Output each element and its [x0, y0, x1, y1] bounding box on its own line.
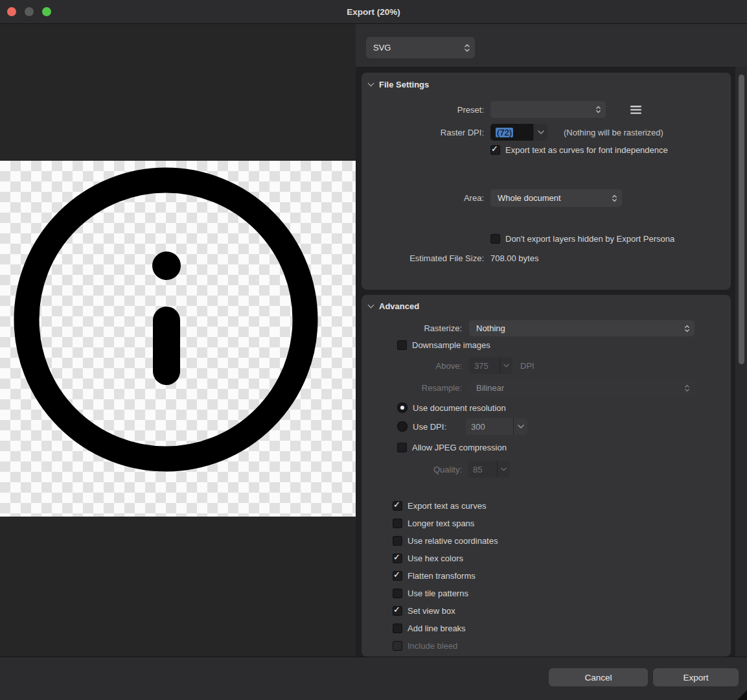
- preset-label: Preset:: [362, 105, 484, 115]
- advanced-option-row: Flatten transforms: [393, 567, 476, 585]
- advanced-option-row: Include bleed: [393, 637, 457, 655]
- above-dpi-dropdown-button[interactable]: [500, 357, 512, 374]
- quality-dropdown-button[interactable]: [497, 461, 510, 478]
- advanced-option-label[interactable]: Use tile patterns: [408, 589, 468, 598]
- advanced-option-checkbox[interactable]: [393, 624, 402, 633]
- rasterize-select[interactable]: Nothing: [469, 320, 695, 336]
- hamburger-menu-icon: [630, 106, 641, 114]
- raster-dpi-combo: (72): [490, 124, 547, 141]
- advanced-option-checkbox[interactable]: [393, 501, 402, 511]
- downsample-images-checkbox[interactable]: [397, 340, 407, 350]
- use-document-resolution-radio[interactable]: [397, 402, 408, 413]
- scrollbar-thumb[interactable]: [739, 75, 744, 364]
- up-down-chevrons-icon: [684, 383, 690, 393]
- export-text-curves-font-checkbox[interactable]: [490, 145, 500, 155]
- advanced-option-checkbox[interactable]: [393, 571, 402, 581]
- chevron-down-icon: [538, 130, 544, 134]
- advanced-option-checkbox[interactable]: [393, 641, 402, 651]
- allow-jpeg-compression-label[interactable]: Allow JPEG compression: [412, 443, 507, 452]
- resample-select[interactable]: Bilinear: [469, 380, 695, 396]
- dialog-footer: Cancel Export: [0, 657, 747, 700]
- advanced-option-row: Add line breaks: [393, 620, 466, 637]
- advanced-option-row: Use hex colors: [393, 550, 463, 567]
- use-dpi-dropdown-button[interactable]: [513, 418, 527, 435]
- file-settings-card: File Settings Preset: Raster DPI: (7: [362, 73, 731, 290]
- advanced-option-checkbox[interactable]: [393, 519, 402, 528]
- area-label: Area:: [362, 193, 484, 203]
- advanced-option-row: Export text as curves: [393, 497, 486, 515]
- advanced-option-label[interactable]: Include bleed: [408, 641, 457, 651]
- quality-value[interactable]: 85: [468, 461, 497, 478]
- raster-dpi-selected-text: (72): [496, 128, 513, 137]
- scrollbar-track[interactable]: [735, 67, 747, 657]
- above-label: Above:: [362, 361, 462, 371]
- advanced-option-row: Use relative coordinates: [393, 532, 498, 550]
- advanced-option-label[interactable]: Set view box: [408, 606, 455, 616]
- advanced-option-row: Set view box: [393, 602, 455, 620]
- rasterize-value: Nothing: [476, 323, 505, 333]
- raster-dpi-dropdown-button[interactable]: [533, 124, 547, 141]
- area-select[interactable]: Whole document: [490, 189, 622, 207]
- up-down-chevrons-icon: [684, 323, 690, 333]
- chevron-down-icon: [368, 80, 374, 87]
- above-dpi-unit: DPI: [520, 361, 534, 371]
- raster-dpi-note: (Nothing will be rasterized): [564, 128, 663, 137]
- advanced-option-checkbox[interactable]: [393, 606, 402, 616]
- quality-label: Quality:: [362, 465, 462, 474]
- use-dpi-combo: 300: [466, 418, 527, 435]
- chevron-down-icon: [518, 425, 524, 428]
- export-preview-canvas[interactable]: [0, 24, 356, 657]
- resize-grip[interactable]: [737, 690, 747, 700]
- raster-dpi-label: Raster DPI:: [362, 128, 484, 137]
- info-circle-icon: [0, 161, 356, 517]
- advanced-option-checkbox[interactable]: [393, 554, 402, 563]
- area-value: Whole document: [498, 193, 561, 203]
- advanced-option-label[interactable]: Flatten transforms: [408, 571, 476, 581]
- allow-jpeg-compression-checkbox[interactable]: [397, 443, 407, 452]
- advanced-option-label[interactable]: Longer text spans: [408, 519, 474, 528]
- raster-dpi-input[interactable]: (72): [490, 124, 533, 141]
- above-dpi-value[interactable]: 375: [469, 357, 500, 374]
- estimated-size-value: 708.00 bytes: [490, 253, 538, 263]
- export-dialog: Export (20%) SVG File Settings: [0, 0, 747, 700]
- dont-export-hidden-layers-checkbox[interactable]: [490, 234, 500, 244]
- transparency-checkerboard: [0, 161, 356, 517]
- above-dpi-combo: 375: [469, 357, 512, 374]
- advanced-card: Advanced Rasterize: Nothing Downsample i…: [362, 295, 731, 657]
- chevron-down-icon: [501, 467, 507, 471]
- use-document-resolution-label[interactable]: Use document resolution: [413, 403, 506, 413]
- format-value: SVG: [373, 43, 391, 52]
- file-settings-title: File Settings: [379, 80, 429, 89]
- quality-combo: 85: [468, 461, 510, 478]
- file-settings-header[interactable]: File Settings: [369, 80, 429, 89]
- advanced-option-label[interactable]: Use hex colors: [408, 554, 463, 563]
- advanced-option-label[interactable]: Add line breaks: [408, 624, 466, 633]
- format-strip: SVG: [356, 24, 747, 67]
- downsample-images-label[interactable]: Downsample images: [412, 340, 490, 350]
- preset-select[interactable]: [490, 101, 606, 118]
- advanced-option-checkbox[interactable]: [393, 536, 402, 546]
- advanced-option-label[interactable]: Use relative coordinates: [408, 536, 498, 546]
- advanced-option-checkbox[interactable]: [393, 589, 402, 598]
- dont-export-hidden-layers-label[interactable]: Don't export layers hidden by Export Per…: [505, 234, 674, 244]
- export-text-curves-font-label[interactable]: Export text as curves for font independe…: [505, 145, 668, 155]
- cancel-button[interactable]: Cancel: [549, 668, 648, 686]
- preset-menu-button[interactable]: [630, 106, 641, 114]
- advanced-title: Advanced: [379, 301, 419, 311]
- use-dpi-value[interactable]: 300: [466, 418, 513, 435]
- estimated-size-label: Estimated File Size:: [362, 253, 484, 263]
- export-button[interactable]: Export: [653, 668, 739, 686]
- format-select[interactable]: SVG: [366, 37, 475, 58]
- advanced-option-label[interactable]: Export text as curves: [408, 501, 486, 511]
- use-dpi-label[interactable]: Use DPI:: [413, 422, 446, 432]
- advanced-option-row: Use tile patterns: [393, 585, 468, 602]
- advanced-header[interactable]: Advanced: [369, 301, 419, 311]
- resample-value: Bilinear: [476, 383, 504, 393]
- settings-scroll-area: File Settings Preset: Raster DPI: (7: [356, 67, 747, 657]
- up-down-chevrons-icon: [612, 193, 617, 203]
- title-bar[interactable]: Export (20%): [0, 0, 747, 24]
- use-dpi-radio[interactable]: [397, 421, 408, 432]
- chevron-down-icon: [368, 302, 374, 309]
- chevron-down-icon: [503, 364, 509, 368]
- advanced-option-row: Longer text spans: [393, 515, 474, 532]
